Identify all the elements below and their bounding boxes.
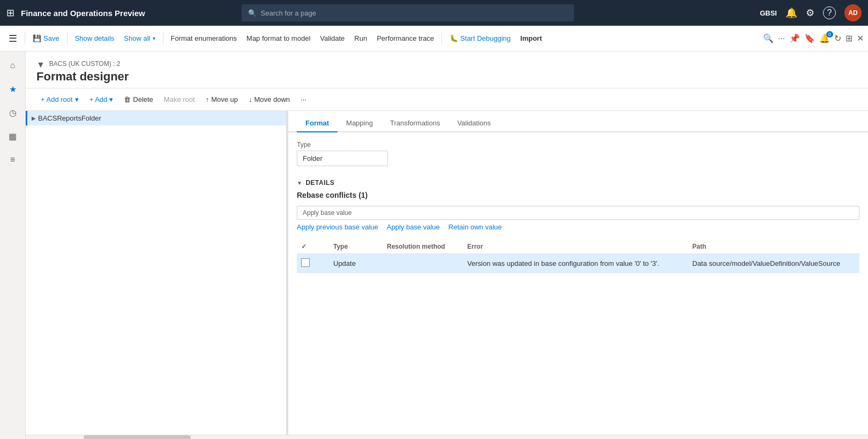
rebase-title: Rebase conflicts (1)	[297, 191, 859, 199]
cell-error: Version was updated in base configuratio…	[463, 254, 688, 273]
scrollbar-thumb	[84, 435, 191, 439]
toolbar-separator-2	[67, 32, 68, 45]
tab-bar: Format Mapping Transformations Validatio…	[288, 111, 868, 132]
tab-validations[interactable]: Validations	[448, 115, 499, 132]
show-details-button[interactable]: Show details	[71, 32, 119, 44]
section-header[interactable]: ▼ DETAILS	[297, 175, 859, 191]
expand-icon[interactable]: ⊞	[845, 33, 852, 43]
delete-button[interactable]: 🗑 Delete	[119, 93, 158, 106]
sidebar-item-clock[interactable]: ◷	[3, 103, 23, 122]
content-area: ▼ BACS (UK CUSTOM) : 2 Format designer +…	[26, 51, 868, 439]
sidebar-item-home[interactable]: ⌂	[3, 56, 23, 75]
validate-button[interactable]: Validate	[316, 32, 349, 44]
add-chevron: ▾	[109, 95, 113, 103]
debug-icon: 🐛	[450, 34, 458, 42]
top-navbar: ⊞ Finance and Operations Preview 🔍 Searc…	[0, 0, 868, 26]
bell-icon[interactable]: 🔔	[785, 7, 797, 19]
toolbar-bookmark-icon[interactable]: 🔖	[804, 33, 815, 43]
table-row[interactable]: Update Version was updated in base confi…	[297, 254, 859, 273]
performance-trace-button[interactable]: Performance trace	[372, 32, 438, 44]
org-label: GBSI	[760, 9, 777, 17]
toolbar-separator-3	[163, 32, 163, 45]
save-button[interactable]: 💾 Save	[28, 32, 64, 44]
page-header: ▼ BACS (UK CUSTOM) : 2 Format designer	[26, 51, 868, 88]
toolbar-more-icon[interactable]: ···	[778, 34, 785, 43]
apply-base-popup-button[interactable]: Apply base value	[297, 206, 859, 220]
col-header-resolution: Resolution method	[383, 240, 463, 254]
retain-own-link[interactable]: Retain own value	[448, 223, 502, 231]
refresh-icon[interactable]: ↻	[834, 33, 841, 43]
table-body: Update Version was updated in base confi…	[297, 254, 859, 273]
toolbar-search-icon[interactable]: 🔍	[763, 33, 774, 43]
apps-icon[interactable]: ⊞	[6, 7, 14, 19]
cell-resolved	[297, 254, 329, 273]
horizontal-scrollbar[interactable]	[26, 435, 868, 439]
settings-icon[interactable]: ⚙	[806, 7, 814, 19]
header-check-icon: ✓	[301, 243, 306, 250]
run-button[interactable]: Run	[350, 32, 371, 44]
notification-badge[interactable]: 🔔0	[819, 33, 830, 43]
save-icon: 💾	[33, 34, 41, 42]
tab-mapping[interactable]: Mapping	[338, 115, 381, 132]
sidebar-item-star[interactable]: ★	[3, 79, 23, 99]
format-details-panel: Format Mapping Transformations Validatio…	[288, 111, 868, 435]
cell-resolution	[383, 254, 463, 273]
top-nav-right: GBSI 🔔 ⚙ ? AD	[760, 4, 862, 21]
user-avatar[interactable]: AD	[844, 4, 862, 21]
breadcrumb: BACS (UK CUSTOM) : 2	[49, 60, 120, 68]
apply-base-link[interactable]: Apply base value	[387, 223, 440, 231]
table-header: ✓ Type Resolution method Error	[297, 240, 859, 254]
hamburger-icon[interactable]: ☰	[4, 31, 21, 47]
col-header-type: Type	[329, 240, 383, 254]
sidebar-item-list[interactable]: ≡	[3, 150, 23, 169]
apply-previous-base-link[interactable]: Apply previous base value	[297, 223, 378, 231]
col-header-error: Error	[463, 240, 688, 254]
col-header-resolved: ✓	[297, 240, 329, 254]
tree-expand-arrow[interactable]: ▶	[32, 115, 36, 121]
tab-transformations[interactable]: Transformations	[381, 115, 448, 132]
search-placeholder: Search for a page	[261, 9, 316, 17]
delete-icon: 🗑	[124, 95, 131, 103]
action-bar: + Add root ▾ + Add ▾ 🗑 Delete Make root …	[26, 88, 868, 111]
sidebar-item-table[interactable]: ▦	[3, 127, 23, 146]
type-label: Type	[297, 141, 859, 148]
action-links: Apply previous base value Apply base val…	[297, 223, 859, 231]
toolbar-pin-icon[interactable]: 📌	[789, 33, 800, 43]
format-panel: ▶ BACSReportsFolder	[26, 111, 288, 435]
col-header-path: Path	[688, 240, 859, 254]
format-enum-button[interactable]: Format enumerations	[167, 32, 242, 44]
tab-format[interactable]: Format	[297, 115, 338, 132]
details-section: ▼ DETAILS Rebase conflicts (1) Apply bas…	[288, 175, 868, 435]
show-all-chevron: ▾	[153, 35, 155, 41]
move-up-button[interactable]: ↑ Move up	[201, 93, 242, 106]
conflict-table: ✓ Type Resolution method Error	[297, 240, 859, 273]
add-root-chevron: ▾	[75, 95, 79, 103]
search-icon: 🔍	[248, 9, 257, 17]
map-format-button[interactable]: Map format to model	[242, 32, 315, 44]
arrow-up-icon: ↑	[206, 95, 209, 103]
help-icon[interactable]: ?	[823, 6, 836, 19]
cell-type: Update	[329, 254, 383, 273]
show-all-button[interactable]: Show all ▾	[119, 32, 159, 44]
more-button[interactable]: ···	[296, 93, 311, 106]
main-layout: ⌂ ★ ◷ ▦ ≡ ▼ BACS (UK CUSTOM) : 2 Format …	[0, 51, 868, 439]
start-debugging-button[interactable]: 🐛 Start Debugging	[445, 32, 515, 44]
toolbar-separator-1	[25, 32, 25, 45]
tree-item-label: BACSReportsFolder	[38, 114, 101, 122]
import-button[interactable]: Import	[516, 32, 546, 44]
tree-item-bacs[interactable]: ▶ BACSReportsFolder	[26, 111, 286, 125]
search-bar[interactable]: 🔍 Search for a page	[242, 4, 574, 21]
filter-icon: ▼	[36, 60, 45, 70]
main-toolbar: ☰ 💾 Save Show details Show all ▾ Format …	[0, 26, 868, 51]
cell-path: Data source/model/ValueDefinition/ValueS…	[688, 254, 859, 273]
section-collapse-icon: ▼	[297, 180, 302, 186]
add-root-button[interactable]: + Add root ▾	[36, 93, 83, 106]
two-col-layout: ▶ BACSReportsFolder Format Mapping Trans	[26, 111, 868, 435]
checkbox[interactable]	[301, 258, 310, 267]
type-section: Type Folder	[288, 132, 868, 175]
make-root-button[interactable]: Make root	[160, 93, 199, 106]
close-icon[interactable]: ✕	[857, 33, 864, 43]
add-button[interactable]: + Add ▾	[85, 93, 118, 106]
move-down-button[interactable]: ↓ Move down	[244, 93, 294, 106]
type-value: Folder	[297, 151, 388, 166]
